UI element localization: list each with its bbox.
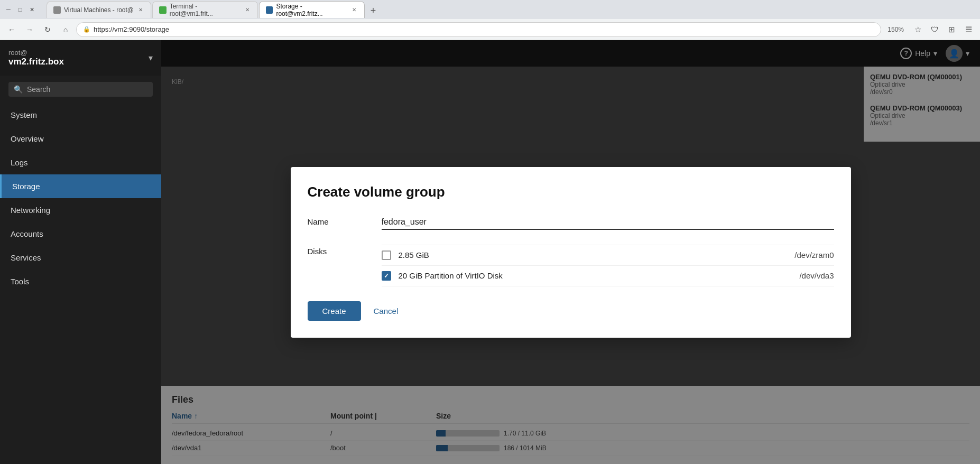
modal-overlay: Create volume group Name Disks 2 [161, 40, 980, 464]
tab-label-1: Virtual Machines - root@ [64, 6, 134, 14]
logs-label: Logs [11, 158, 28, 167]
browser-wrapper: ─ □ ✕ Virtual Machines - root@ ✕ Termina… [0, 0, 980, 40]
tab-label-2: Terminal - root@vm1.frit... [170, 3, 241, 17]
bookmark-button[interactable]: ☆ [910, 22, 925, 37]
sidebar-chevron-icon[interactable]: ▾ [149, 53, 153, 63]
disk-size-1: 2.85 GiB [399, 250, 788, 259]
disk-item-2: 20 GiB Partition of VirtIO Disk /dev/vda… [382, 266, 834, 286]
create-button[interactable]: Create [308, 301, 361, 321]
menu-button[interactable]: ☰ [961, 22, 976, 37]
extensions-button[interactable]: ⊞ [944, 22, 959, 37]
tab-close-2[interactable]: ✕ [244, 6, 251, 14]
modal-actions: Create Cancel [308, 301, 834, 321]
tab-close-3[interactable]: ✕ [351, 6, 358, 14]
window-controls: ─ □ ✕ [4, 5, 36, 14]
name-control-area [382, 215, 834, 230]
reload-button[interactable]: ↻ [40, 22, 55, 37]
tab-favicon-3 [266, 6, 273, 14]
tools-label: Tools [11, 277, 29, 286]
sidebar-item-networking[interactable]: Networking [0, 198, 161, 222]
disk-checkbox-1[interactable] [382, 250, 391, 260]
user-info: root@ vm2.fritz.box [8, 49, 64, 67]
create-volume-group-modal: Create volume group Name Disks 2 [291, 167, 851, 338]
tab-storage[interactable]: Storage - root@vm2.fritz... ✕ [259, 1, 365, 18]
browser-titlebar: ─ □ ✕ Virtual Machines - root@ ✕ Termina… [0, 0, 980, 19]
new-tab-button[interactable]: + [366, 3, 381, 18]
tab-favicon-1 [53, 6, 61, 14]
address-bar[interactable]: 🔒 https://vm2:9090/storage [76, 22, 881, 37]
tab-close-1[interactable]: ✕ [137, 6, 144, 14]
home-button[interactable]: ⌂ [58, 22, 73, 37]
tab-favicon-2 [159, 6, 167, 14]
system-label: System [11, 110, 37, 119]
close-button[interactable]: ✕ [27, 5, 36, 14]
main-content: ? Help ▾ 👤 ▾ ≡ KiB/ QEMU DVD-ROM (QM0000… [161, 40, 980, 464]
tab-terminal[interactable]: Terminal - root@vm1.frit... ✕ [152, 1, 258, 18]
search-bar[interactable]: 🔍 Search [8, 82, 153, 97]
sidebar-item-system[interactable]: System [0, 103, 161, 127]
disk-path-2: /dev/vda3 [799, 271, 834, 280]
search-label: Search [27, 85, 50, 94]
sidebar-item-tools[interactable]: Tools [0, 270, 161, 293]
forward-button[interactable]: → [22, 22, 37, 37]
hostname: vm2.fritz.box [8, 57, 64, 67]
sidebar-header: root@ vm2.fritz.box ▾ [0, 40, 161, 76]
accounts-label: Accounts [11, 229, 43, 238]
browser-toolbar: ← → ↻ ⌂ 🔒 https://vm2:9090/storage 150% … [0, 19, 980, 40]
minimize-button[interactable]: ─ [4, 5, 13, 14]
toolbar-icons: ☆ 🛡 ⊞ ☰ [910, 22, 976, 37]
disk-item-1: 2.85 GiB /dev/zram0 [382, 245, 834, 266]
services-label: Services [11, 253, 41, 262]
tab-virtual-machines[interactable]: Virtual Machines - root@ ✕ [47, 1, 151, 18]
overview-label: Overview [11, 134, 44, 143]
shield-button[interactable]: 🛡 [927, 22, 942, 37]
sidebar-item-accounts[interactable]: Accounts [0, 222, 161, 246]
name-label: Name [308, 215, 382, 226]
name-form-group: Name [308, 215, 834, 230]
disks-label: Disks [308, 245, 382, 256]
back-button[interactable]: ← [4, 22, 19, 37]
modal-title: Create volume group [308, 184, 834, 200]
networking-label: Networking [11, 206, 50, 215]
disk-checkbox-2[interactable] [382, 271, 391, 281]
cancel-button[interactable]: Cancel [369, 301, 403, 321]
sidebar-item-storage[interactable]: Storage [0, 174, 161, 198]
storage-label: Storage [12, 182, 40, 191]
address-text: https://vm2:9090/storage [94, 25, 169, 33]
maximize-button[interactable]: □ [16, 5, 24, 14]
tabs-bar: Virtual Machines - root@ ✕ Terminal - ro… [42, 1, 976, 18]
app-layout: root@ vm2.fritz.box ▾ 🔍 Search System Ov… [0, 40, 980, 464]
sidebar: root@ vm2.fritz.box ▾ 🔍 Search System Ov… [0, 40, 161, 464]
sidebar-nav: System Overview Logs Storage Networking … [0, 103, 161, 464]
name-input[interactable] [382, 215, 834, 230]
disk-path-1: /dev/zram0 [794, 250, 834, 259]
sidebar-item-logs[interactable]: Logs [0, 151, 161, 174]
search-icon: 🔍 [14, 85, 23, 94]
user-prefix: root@ [8, 49, 64, 57]
tab-label-3: Storage - root@vm2.fritz... [276, 3, 347, 17]
disk-list: 2.85 GiB /dev/zram0 20 GiB Partition of … [382, 245, 834, 286]
sidebar-item-services[interactable]: Services [0, 246, 161, 270]
disks-form-group: Disks 2.85 GiB /dev/zram0 20 GiB Partiti… [308, 245, 834, 286]
disk-size-2: 20 GiB Partition of VirtIO Disk [399, 271, 792, 280]
zoom-level: 150% [884, 25, 907, 34]
sidebar-item-overview[interactable]: Overview [0, 127, 161, 151]
security-icon: 🔒 [83, 26, 90, 33]
